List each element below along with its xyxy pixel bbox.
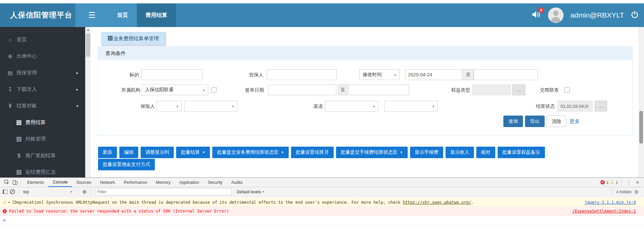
sign-date-to-input[interactable] [349, 84, 409, 95]
warning-suffix: . [471, 200, 474, 205]
page-tab-expense-settlement-mgmt[interactable]: 业务费用结算单管理 [101, 32, 165, 45]
navbar-tab-home[interactable]: 首页 [109, 3, 137, 27]
warning-source-link[interactable]: jquery-3.1.1.min.js:4 [585, 200, 636, 205]
username[interactable]: admin@RBXYLT [570, 11, 624, 19]
eye-icon[interactable] [82, 190, 87, 194]
console-toolbar: top ▾ Default levels ▾ 4 hidden ⚙ [0, 187, 644, 197]
equity-type-input[interactable] [472, 84, 511, 95]
check-button[interactable]: 核对 [476, 147, 495, 158]
org-select[interactable]: 人保信阳联通 ▼ [142, 84, 208, 95]
notifications-button[interactable]: 6 [531, 10, 541, 20]
add-button[interactable]: 新添 [98, 147, 117, 158]
batch-submit-expense-status-dropdown-button[interactable]: 批量提交业务费用结算状态至 ▼ [212, 147, 289, 158]
equity-picker-button[interactable]: ... [512, 84, 525, 95]
tab-memory[interactable]: Memory [151, 178, 175, 187]
batch-set-commission-payment-button[interactable]: 批量设置佣金支付方式 [98, 159, 155, 170]
console-prompt[interactable]: > [0, 216, 644, 225]
error-source-link[interactable]: /ExpenseSettlement/Index:1 [572, 209, 636, 214]
scrollbar-thumb[interactable] [639, 111, 643, 144]
sidebar-item-expense-settlement[interactable]: 费用结算 [0, 114, 85, 131]
batch-set-settle-month-button[interactable]: 批量设置结算月 [291, 147, 334, 158]
more-link[interactable]: 更多 [570, 116, 580, 127]
sidebar-item-fee-summary[interactable]: 应结费用汇总 [0, 164, 85, 177]
date-from-input[interactable] [405, 69, 461, 80]
scrollbar-thumb[interactable] [86, 33, 90, 57]
log-levels-dropdown[interactable]: Default levels ▾ [237, 190, 264, 194]
avatar-head [553, 10, 558, 16]
form-row-3: 保险人 ▼ ▼ 渠道 ▼ ▼ 结算状态 ... [98, 100, 633, 112]
sidebar-item-reconciliation[interactable]: 对账管理 [0, 131, 85, 147]
gear-icon[interactable]: ⚙ [634, 189, 639, 195]
edit-button[interactable]: 编辑 [119, 147, 138, 158]
warning-icon: ⚠ [3, 200, 7, 205]
expand-icon[interactable]: ▶ [8, 201, 10, 204]
subject-label: 标的 [98, 69, 139, 80]
error-icon: × [3, 209, 7, 213]
tab-elements[interactable]: Elements [23, 178, 48, 187]
insurer-select-2[interactable]: ▼ [184, 101, 237, 112]
time-type-select[interactable]: 修改时间 ▼ [359, 69, 400, 80]
cross-check-checkbox[interactable] [564, 87, 570, 93]
sidebar-item-download-import[interactable]: ↧ 下载导入 ▸ [0, 81, 85, 98]
settle-status-picker-button[interactable]: ... [595, 101, 607, 112]
navbar-right: 6 admin@RBXYLT [531, 3, 644, 27]
tab-console[interactable]: Console [48, 178, 72, 187]
settle-status-input[interactable] [557, 101, 593, 112]
query-button[interactable]: 查询 [503, 116, 523, 127]
navbar-tab-expense[interactable]: 费用结算 [137, 3, 176, 27]
sidebar-item-policy-mgmt[interactable]: ▤ 投保管理 ▸ [0, 65, 85, 81]
batch-submit-fee-status-dropdown-button[interactable]: 批量提交手续费结算状态至 ▼ [336, 147, 408, 158]
menu-toggle-button[interactable]: ☰ [75, 3, 109, 27]
sidebar-item-home[interactable]: ⌂ 首页 [0, 31, 85, 48]
inspect-element-icon[interactable] [3, 179, 11, 186]
tab-sources[interactable]: Sources [72, 178, 96, 187]
page-scrollbar[interactable] [638, 27, 644, 177]
clear-button[interactable]: 清除 [547, 116, 566, 127]
sign-date-from-input[interactable] [268, 84, 336, 95]
adjust-columns-button[interactable]: 调整显示列 [141, 147, 174, 158]
tab-performance[interactable]: Performance [119, 178, 151, 187]
form-row-2: 所属机构 人保信阳联通 ▼ 签单日期 至 权益类型 ... 交商联查 [98, 84, 633, 96]
error-count-icon[interactable]: × [600, 180, 605, 185]
query-form: 标的 投保人 修改时间 ▼ 至 所属机构 人保信阳联通 ▼ 签单日期 至 权益 [98, 60, 633, 135]
batch-settle-dropdown-button[interactable]: 批量结算 ▼ [176, 147, 210, 158]
date-to-input[interactable] [474, 69, 538, 80]
channel-select-2[interactable]: ▼ [384, 101, 438, 112]
sidebar-item-settlement[interactable]: ¥ 结算对账 ▾ [0, 98, 85, 114]
sidebar-item-promo-reward[interactable]: $ 推广奖励结算 [0, 147, 85, 164]
insurer-select-1[interactable]: ▼ [157, 101, 182, 112]
show-income-button[interactable]: 显示收入 [446, 147, 474, 158]
kebab-menu-icon[interactable]: ⋮ [625, 179, 633, 186]
channel-select-1[interactable]: ▼ [325, 101, 378, 112]
console-filter-input[interactable] [95, 188, 232, 195]
clear-console-icon[interactable] [10, 189, 15, 194]
tab-audits[interactable]: Audits [227, 178, 247, 187]
tab-application[interactable]: Application [175, 178, 204, 187]
sidebar-scrollbar[interactable]: ▲ [85, 27, 91, 177]
export-button[interactable]: 导出 [525, 116, 545, 127]
avatar[interactable] [548, 7, 564, 23]
org-checkbox[interactable] [211, 87, 217, 93]
button-label: 批量结算 [181, 149, 200, 155]
caret-down-icon: ▼ [373, 105, 375, 108]
query-panel: 查询条件 标的 投保人 修改时间 ▼ 至 所属机构 人保信阳联通 ▼ 签单日期 [98, 46, 633, 136]
grid-icon [108, 36, 113, 42]
warning-count-icon[interactable]: ⚠ [610, 180, 614, 185]
applicant-input[interactable] [267, 69, 337, 80]
warning-url-link[interactable]: https://xhr.spec.whatwg.org/ [403, 200, 471, 205]
tab-network[interactable]: Network [96, 178, 119, 187]
warning-count: 1 [616, 180, 618, 185]
context-selector[interactable]: top ▾ [23, 190, 74, 194]
batch-set-equity-remark-button[interactable]: 批量设置权益备注 [498, 147, 545, 158]
console-sidebar-icon[interactable] [3, 190, 7, 194]
tab-security[interactable]: Security [204, 178, 227, 187]
scroll-up-icon[interactable]: ▲ [85, 27, 91, 33]
power-icon[interactable] [631, 11, 639, 20]
subject-input[interactable] [141, 69, 202, 80]
divider [21, 180, 21, 185]
device-toolbar-icon[interactable] [11, 179, 19, 186]
close-icon[interactable]: × [635, 179, 641, 186]
show-fee-button[interactable]: 显示手续费 [410, 147, 443, 158]
chevron-right-icon: ▸ [76, 70, 78, 75]
sidebar-item-issue-center[interactable]: ⊕ 出单中心 [0, 48, 85, 65]
